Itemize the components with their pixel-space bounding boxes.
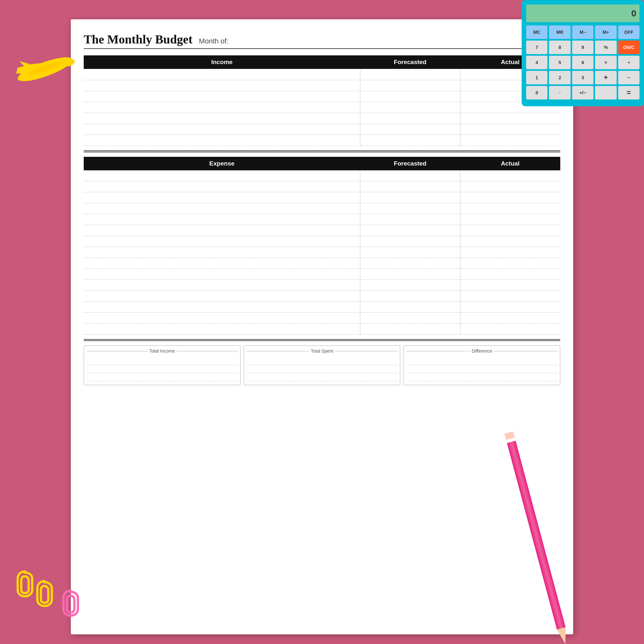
expense-header-forecasted: Forecasted bbox=[360, 157, 460, 170]
calc-btn-8[interactable]: 8 bbox=[549, 41, 570, 54]
calculator-buttons: MC MR M− M+ OFF 7 8 9 % ON/C 4 5 6 × ÷ 1… bbox=[526, 25, 639, 99]
calc-btn-minus[interactable]: − bbox=[618, 71, 639, 84]
calc-btn-mminus[interactable]: M− bbox=[572, 25, 593, 39]
expense-row-7 bbox=[84, 236, 560, 247]
expense-header-actual: Actual bbox=[460, 157, 560, 170]
total-spent-line-3 bbox=[247, 374, 398, 381]
expense-row-15 bbox=[84, 324, 560, 335]
income-header-forecasted: Forecasted bbox=[360, 55, 460, 69]
expense-row-3 bbox=[84, 192, 560, 203]
calc-btn-equals[interactable]: = bbox=[618, 86, 639, 99]
summary-row: Total Income Total Spent Difference bbox=[84, 346, 560, 385]
total-income-label: Total Income bbox=[87, 348, 238, 354]
calculator-icon: 0 MC MR M− M+ OFF 7 8 9 % ON/C 4 5 6 × ÷… bbox=[522, 0, 644, 106]
expense-table: Expense Forecasted Actual bbox=[84, 157, 560, 335]
difference-box: Difference bbox=[403, 346, 560, 385]
expense-row-12 bbox=[84, 291, 560, 302]
income-row-5 bbox=[84, 113, 560, 124]
expense-row-1 bbox=[84, 170, 560, 181]
expense-row-2 bbox=[84, 181, 560, 192]
calc-btn-mr[interactable]: MR bbox=[549, 25, 570, 39]
document-month-label: Month of: bbox=[199, 37, 229, 45]
calc-btn-plusminus[interactable]: +/− bbox=[572, 86, 593, 99]
total-income-line-2 bbox=[87, 366, 238, 373]
difference-line-3 bbox=[406, 374, 557, 381]
section-separator-2 bbox=[84, 339, 560, 341]
calc-btn-0[interactable]: 0 bbox=[526, 86, 547, 99]
paperclips-icon bbox=[16, 570, 87, 618]
calc-btn-multiply[interactable]: × bbox=[595, 56, 616, 69]
calc-btn-off[interactable]: OFF bbox=[618, 25, 639, 39]
expense-row-13 bbox=[84, 302, 560, 313]
calc-btn-9[interactable]: 9 bbox=[572, 41, 593, 54]
calc-btn-percent[interactable]: % bbox=[595, 41, 616, 54]
total-income-box: Total Income bbox=[84, 346, 241, 385]
difference-line-2 bbox=[406, 366, 557, 373]
expense-row-9 bbox=[84, 258, 560, 269]
expense-row-14 bbox=[84, 313, 560, 324]
document-header: The Monthly Budget Month of: bbox=[84, 32, 560, 49]
income-row-7 bbox=[84, 135, 560, 146]
expense-row-10 bbox=[84, 269, 560, 280]
calc-btn-3[interactable]: 3 bbox=[572, 71, 593, 84]
total-spent-label: Total Spent bbox=[247, 348, 398, 354]
calc-btn-plus[interactable]: + bbox=[595, 71, 616, 84]
income-row-6 bbox=[84, 124, 560, 135]
calculator-value: 0 bbox=[631, 8, 636, 19]
calc-btn-5[interactable]: 5 bbox=[549, 56, 570, 69]
section-separator-1 bbox=[84, 150, 560, 152]
calculator-display: 0 bbox=[526, 5, 639, 22]
calc-btn-empty bbox=[595, 86, 616, 99]
summary-section: Total Income Total Spent Difference bbox=[84, 346, 560, 385]
income-row-1 bbox=[84, 69, 560, 80]
difference-line-1 bbox=[406, 358, 557, 365]
income-table: Income Forecasted Actual bbox=[84, 55, 560, 146]
airplane-icon bbox=[10, 42, 81, 93]
income-row-2 bbox=[84, 80, 560, 91]
calc-btn-divide[interactable]: ÷ bbox=[618, 56, 639, 69]
expense-row-11 bbox=[84, 280, 560, 291]
income-header-main: Income bbox=[84, 55, 360, 69]
calc-btn-6[interactable]: 6 bbox=[572, 56, 593, 69]
expense-header-main: Expense bbox=[84, 157, 360, 170]
total-income-line-1 bbox=[87, 358, 238, 365]
total-spent-box: Total Spent bbox=[244, 346, 401, 385]
document-title: The Monthly Budget bbox=[84, 32, 193, 46]
budget-document: The Monthly Budget Month of: Income Fore… bbox=[71, 19, 573, 634]
calc-btn-onc[interactable]: ON/C bbox=[618, 41, 639, 54]
income-row-4 bbox=[84, 102, 560, 113]
total-spent-line-2 bbox=[247, 366, 398, 373]
calc-btn-2[interactable]: 2 bbox=[549, 71, 570, 84]
expense-row-5 bbox=[84, 214, 560, 225]
calc-btn-dot[interactable]: · bbox=[549, 86, 570, 99]
calc-btn-1[interactable]: 1 bbox=[526, 71, 547, 84]
expense-row-4 bbox=[84, 203, 560, 214]
calc-btn-7[interactable]: 7 bbox=[526, 41, 547, 54]
calc-btn-mc[interactable]: MC bbox=[526, 25, 547, 39]
calc-btn-mplus[interactable]: M+ bbox=[595, 25, 616, 39]
total-income-line-3 bbox=[87, 374, 238, 381]
calc-btn-4[interactable]: 4 bbox=[526, 56, 547, 69]
expense-row-8 bbox=[84, 247, 560, 258]
expense-row-6 bbox=[84, 225, 560, 236]
difference-label: Difference bbox=[406, 348, 557, 354]
total-spent-line-1 bbox=[247, 358, 398, 365]
income-row-3 bbox=[84, 91, 560, 102]
